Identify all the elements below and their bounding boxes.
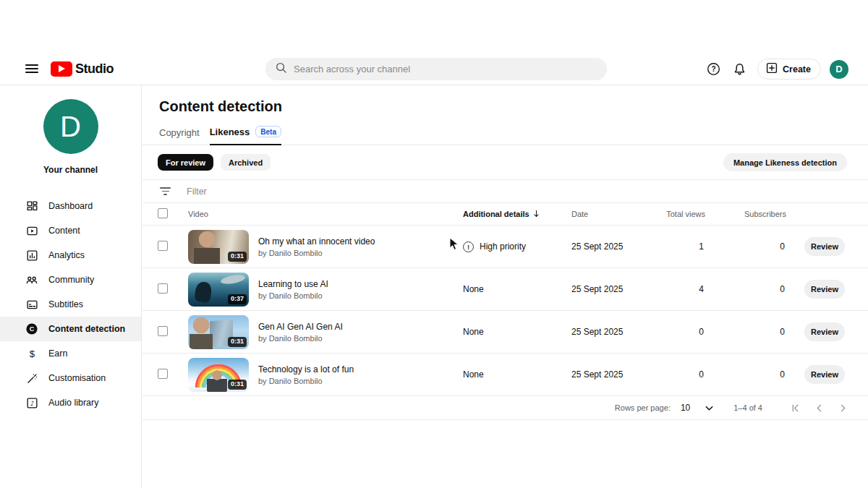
filter-placeholder: Filter <box>187 187 207 197</box>
search-bar[interactable] <box>265 58 607 80</box>
menu-hamburger-icon[interactable] <box>25 64 38 73</box>
sidebar-item-community[interactable]: Community <box>0 267 141 292</box>
notifications-bell-icon[interactable] <box>731 61 748 78</box>
sidebar-item-audio-library[interactable]: ♪ Audio library <box>0 390 141 415</box>
search-input[interactable] <box>294 64 583 74</box>
table-row[interactable]: 0:31 Technology is a lot of fun by Danil… <box>142 354 868 396</box>
sidebar-item-content[interactable]: Content <box>0 218 141 243</box>
account-avatar[interactable]: D <box>830 60 848 79</box>
duration-badge: 0:31 <box>228 337 247 346</box>
customisation-icon <box>25 372 38 385</box>
svg-text:$: $ <box>29 348 35 359</box>
select-all-checkbox[interactable] <box>158 208 168 218</box>
sidebar-menu: Dashboard Content Analytics Community Su… <box>0 194 141 415</box>
views-cell: 1 <box>655 241 705 252</box>
subscribers-cell: 0 <box>705 241 786 252</box>
subscribers-cell: 0 <box>705 327 786 337</box>
review-button[interactable]: Review <box>804 237 845 256</box>
table-body: 0:31 Oh my what an innocent video by Dan… <box>142 226 868 396</box>
high-priority-icon: ! <box>463 241 474 252</box>
chevron-down-icon[interactable] <box>702 401 716 415</box>
sidebar-item-customisation[interactable]: Customisation <box>0 366 141 390</box>
create-icon <box>765 61 778 77</box>
table-row[interactable]: 0:37 Learning to use AI by Danilo Bombil… <box>142 268 868 311</box>
sidebar-item-content-detection[interactable]: C Content detection <box>0 317 141 341</box>
tab-copyright[interactable]: Copyright <box>159 126 200 145</box>
page-range-label: 1–4 of 4 <box>733 403 762 412</box>
rows-per-page-value[interactable]: 10 <box>681 403 690 413</box>
table-footer: Rows per page: 10 1–4 of 4 <box>142 396 868 420</box>
row-checkbox[interactable] <box>158 326 168 336</box>
video-thumbnail[interactable]: 0:31 <box>188 358 249 392</box>
beta-badge: Beta <box>255 126 281 137</box>
table-header: Video Additional details Date Total view… <box>142 203 868 226</box>
video-title[interactable]: Oh my what an innocent video <box>258 236 375 247</box>
sidebar-item-dashboard[interactable]: Dashboard <box>0 194 141 218</box>
date-cell: 25 Sept 2025 <box>571 284 655 294</box>
duration-badge: 0:31 <box>228 252 247 261</box>
sidebar-item-earn[interactable]: $ Earn <box>0 341 141 366</box>
previous-page-icon[interactable] <box>812 401 826 415</box>
row-checkbox[interactable] <box>158 283 168 294</box>
youtube-play-icon <box>51 61 72 77</box>
manage-likeness-detection-button[interactable]: Manage Likeness detection <box>723 153 847 171</box>
column-total-views[interactable]: Total views <box>655 210 705 218</box>
create-button[interactable]: Create <box>757 59 821 80</box>
next-page-icon[interactable] <box>835 401 850 415</box>
video-thumbnail[interactable]: 0:31 <box>188 230 249 264</box>
rows-per-page-label: Rows per page: <box>615 403 671 412</box>
views-cell: 0 <box>655 327 705 337</box>
video-title[interactable]: Gen AI Gen AI Gen AI <box>258 322 343 332</box>
details-text: High priority <box>480 241 526 252</box>
date-cell: 25 Sept 2025 <box>571 327 655 337</box>
top-app-bar: Studio ? Create D <box>0 53 868 85</box>
row-checkbox[interactable] <box>158 369 168 379</box>
svg-text:C: C <box>30 325 35 333</box>
sidebar-item-analytics[interactable]: Analytics <box>0 243 141 267</box>
column-additional-details[interactable]: Additional details <box>463 209 571 220</box>
table-row[interactable]: 0:31 Oh my what an innocent video by Dan… <box>142 226 868 268</box>
audio-library-icon: ♪ <box>25 396 38 409</box>
column-video[interactable]: Video <box>188 210 463 218</box>
subscribers-cell: 0 <box>705 284 786 294</box>
filter-icon <box>160 187 171 195</box>
video-thumbnail[interactable]: 0:31 <box>188 315 249 349</box>
details-text: None <box>463 369 484 380</box>
row-checkbox[interactable] <box>158 241 168 251</box>
review-button[interactable]: Review <box>804 322 845 341</box>
video-author: by Danilo Bombilo <box>258 334 343 343</box>
first-page-icon[interactable] <box>788 401 802 415</box>
column-date[interactable]: Date <box>571 210 655 218</box>
date-cell: 25 Sept 2025 <box>571 369 655 380</box>
sort-descending-icon <box>532 209 541 220</box>
dashboard-icon <box>25 200 38 213</box>
date-cell: 25 Sept 2025 <box>571 241 655 252</box>
sidebar-item-subtitles[interactable]: Subtitles <box>0 292 141 317</box>
content-detection-icon: C <box>25 322 38 335</box>
filter-row[interactable]: Filter <box>142 180 868 203</box>
video-title[interactable]: Technology is a lot of fun <box>258 364 354 374</box>
sidebar: D Your channel Dashboard Content Analyti… <box>0 86 142 488</box>
main-content: Content detection Copyright Likeness Bet… <box>142 86 868 488</box>
analytics-icon <box>25 249 38 262</box>
video-author: by Danilo Bombilo <box>258 377 354 385</box>
review-button[interactable]: Review <box>804 280 845 299</box>
video-title[interactable]: Learning to use AI <box>258 279 328 289</box>
logo-text: Studio <box>75 61 114 77</box>
column-subscribers[interactable]: Subscribers <box>705 210 786 218</box>
channel-avatar[interactable]: D <box>43 99 98 154</box>
youtube-studio-logo[interactable]: Studio <box>51 61 114 77</box>
help-icon[interactable]: ? <box>705 61 722 78</box>
review-button[interactable]: Review <box>804 365 845 384</box>
chip-for-review[interactable]: For review <box>158 154 213 171</box>
table-row[interactable]: 0:31 Gen AI Gen AI Gen AI by Danilo Bomb… <box>142 311 868 354</box>
channel-label: Your channel <box>0 165 141 175</box>
video-author: by Danilo Bombilo <box>258 249 375 257</box>
duration-badge: 0:31 <box>228 380 247 389</box>
duration-badge: 0:37 <box>228 294 247 304</box>
tab-likeness[interactable]: Likeness Beta <box>210 126 281 145</box>
video-author: by Danilo Bombilo <box>258 291 328 300</box>
video-thumbnail[interactable]: 0:37 <box>188 273 249 307</box>
subscribers-cell: 0 <box>705 369 786 380</box>
chip-archived[interactable]: Archived <box>221 154 271 171</box>
